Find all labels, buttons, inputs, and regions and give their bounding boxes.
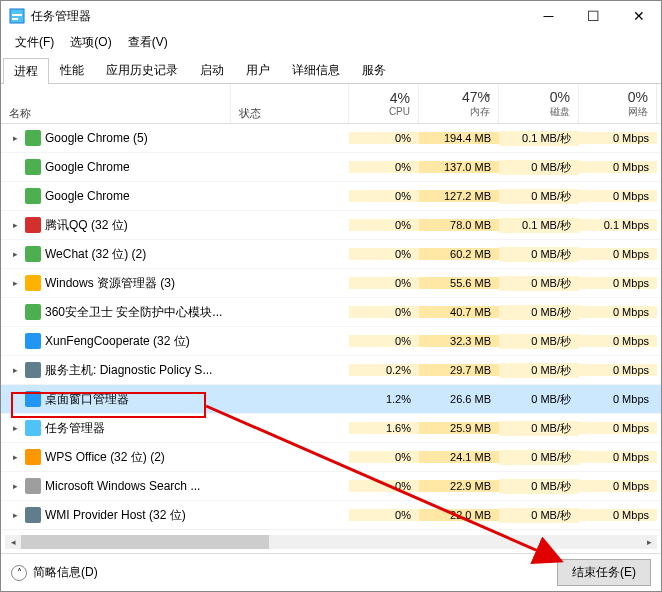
expand-icon[interactable]: ▸ <box>9 220 21 230</box>
process-icon <box>25 420 41 436</box>
network-value: 0 Mbps <box>579 306 657 318</box>
menubar: 文件(F) 选项(O) 查看(V) <box>1 31 661 53</box>
expand-icon[interactable]: ▸ <box>9 452 21 462</box>
network-value: 0 Mbps <box>579 335 657 347</box>
disk-value: 0 MB/秒 <box>499 508 579 523</box>
memory-value: 55.6 MB <box>419 277 499 289</box>
cpu-value: 0% <box>349 480 419 492</box>
table-row[interactable]: 360安全卫士 安全防护中心模块...0%40.7 MB0 MB/秒0 Mbps <box>1 298 661 327</box>
process-rows: ▸Google Chrome (5)0%194.4 MB0.1 MB/秒0 Mb… <box>1 124 661 530</box>
memory-value: 22.9 MB <box>419 480 499 492</box>
tab-processes[interactable]: 进程 <box>3 58 49 84</box>
tab-details[interactable]: 详细信息 <box>281 57 351 83</box>
table-row[interactable]: ▸Windows 资源管理器 (3)0%55.6 MB0 MB/秒0 Mbps <box>1 269 661 298</box>
window-controls: ─ ☐ ✕ <box>526 1 661 31</box>
footer: ˄ 简略信息(D) 结束任务(E) <box>1 553 661 591</box>
expand-icon[interactable]: ▸ <box>9 278 21 288</box>
process-table: 名称 状态 4%CPU 47%内存 0%磁盘 0%网络 ▸Google Chro… <box>1 84 661 548</box>
table-row[interactable]: Google Chrome0%127.2 MB0 MB/秒0 Mbps <box>1 182 661 211</box>
network-value: 0 Mbps <box>579 364 657 376</box>
process-name: Google Chrome <box>45 189 130 203</box>
cpu-value: 0% <box>349 451 419 463</box>
network-value: 0 Mbps <box>579 277 657 289</box>
process-name: Google Chrome (5) <box>45 131 148 145</box>
close-button[interactable]: ✕ <box>616 1 661 31</box>
process-name: WeChat (32 位) (2) <box>45 246 146 263</box>
table-row[interactable]: ▸WMI Provider Host (32 位)0%22.0 MB0 MB/秒… <box>1 501 661 530</box>
cpu-value: 0% <box>349 190 419 202</box>
fewer-details-label[interactable]: 简略信息(D) <box>33 564 98 581</box>
col-disk[interactable]: 0%磁盘 <box>499 84 579 123</box>
scroll-left-icon[interactable]: ◂ <box>5 535 21 549</box>
process-name: 360安全卫士 安全防护中心模块... <box>45 304 222 321</box>
end-task-button[interactable]: 结束任务(E) <box>557 559 651 586</box>
network-value: 0 Mbps <box>579 422 657 434</box>
process-icon <box>25 275 41 291</box>
tab-users[interactable]: 用户 <box>235 57 281 83</box>
menu-view[interactable]: 查看(V) <box>120 32 176 53</box>
process-icon <box>25 333 41 349</box>
memory-value: 32.3 MB <box>419 335 499 347</box>
process-icon <box>25 217 41 233</box>
table-row[interactable]: Google Chrome0%137.0 MB0 MB/秒0 Mbps <box>1 153 661 182</box>
table-row[interactable]: ▸Microsoft Windows Search ...0%22.9 MB0 … <box>1 472 661 501</box>
expand-icon[interactable]: ▸ <box>9 510 21 520</box>
memory-value: 127.2 MB <box>419 190 499 202</box>
expand-icon[interactable]: ▸ <box>9 133 21 143</box>
col-memory[interactable]: 47%内存 <box>419 84 499 123</box>
table-row[interactable]: ▸Google Chrome (5)0%194.4 MB0.1 MB/秒0 Mb… <box>1 124 661 153</box>
maximize-button[interactable]: ☐ <box>571 1 616 31</box>
table-row[interactable]: ▸任务管理器1.6%25.9 MB0 MB/秒0 Mbps <box>1 414 661 443</box>
disk-value: 0 MB/秒 <box>499 450 579 465</box>
cpu-value: 0% <box>349 335 419 347</box>
memory-value: 40.7 MB <box>419 306 499 318</box>
minimize-button[interactable]: ─ <box>526 1 571 31</box>
expand-icon[interactable]: ▸ <box>9 249 21 259</box>
process-name: 任务管理器 <box>45 420 105 437</box>
expand-icon[interactable]: ▸ <box>9 481 21 491</box>
table-row[interactable]: ▸WeChat (32 位) (2)0%60.2 MB0 MB/秒0 Mbps <box>1 240 661 269</box>
col-name[interactable]: 名称 <box>1 84 231 123</box>
col-status[interactable]: 状态 <box>231 84 349 123</box>
col-network[interactable]: 0%网络 <box>579 84 657 123</box>
cpu-value: 0% <box>349 132 419 144</box>
memory-value: 60.2 MB <box>419 248 499 260</box>
tab-app-history[interactable]: 应用历史记录 <box>95 57 189 83</box>
horizontal-scrollbar[interactable]: ◂ ▸ <box>5 535 657 549</box>
network-value: 0.1 Mbps <box>579 219 657 231</box>
process-icon <box>25 130 41 146</box>
tab-services[interactable]: 服务 <box>351 57 397 83</box>
scroll-right-icon[interactable]: ▸ <box>641 535 657 549</box>
disk-value: 0 MB/秒 <box>499 421 579 436</box>
memory-value: 25.9 MB <box>419 422 499 434</box>
expand-icon[interactable]: ▸ <box>9 365 21 375</box>
tab-performance[interactable]: 性能 <box>49 57 95 83</box>
process-icon <box>25 188 41 204</box>
table-row[interactable]: ▸WPS Office (32 位) (2)0%24.1 MB0 MB/秒0 M… <box>1 443 661 472</box>
disk-value: 0 MB/秒 <box>499 479 579 494</box>
svg-rect-1 <box>12 14 22 16</box>
process-icon <box>25 362 41 378</box>
expand-icon[interactable]: ▸ <box>9 423 21 433</box>
menu-options[interactable]: 选项(O) <box>62 32 119 53</box>
process-icon <box>25 449 41 465</box>
disk-value: 0 MB/秒 <box>499 305 579 320</box>
tab-startup[interactable]: 启动 <box>189 57 235 83</box>
table-row[interactable]: 桌面窗口管理器1.2%26.6 MB0 MB/秒0 Mbps <box>1 385 661 414</box>
process-icon <box>25 159 41 175</box>
fewer-details-icon[interactable]: ˄ <box>11 565 27 581</box>
menu-file[interactable]: 文件(F) <box>7 32 62 53</box>
table-row[interactable]: ▸服务主机: Diagnostic Policy S...0.2%29.7 MB… <box>1 356 661 385</box>
process-name: Microsoft Windows Search ... <box>45 479 200 493</box>
network-value: 0 Mbps <box>579 393 657 405</box>
col-cpu[interactable]: 4%CPU <box>349 84 419 123</box>
table-row[interactable]: XunFengCooperate (32 位)0%32.3 MB0 MB/秒0 … <box>1 327 661 356</box>
network-value: 0 Mbps <box>579 451 657 463</box>
process-icon <box>25 478 41 494</box>
network-value: 0 Mbps <box>579 509 657 521</box>
process-name: 桌面窗口管理器 <box>45 391 129 408</box>
memory-value: 78.0 MB <box>419 219 499 231</box>
table-row[interactable]: ▸腾讯QQ (32 位)0%78.0 MB0.1 MB/秒0.1 Mbps <box>1 211 661 240</box>
disk-value: 0 MB/秒 <box>499 247 579 262</box>
disk-value: 0 MB/秒 <box>499 160 579 175</box>
